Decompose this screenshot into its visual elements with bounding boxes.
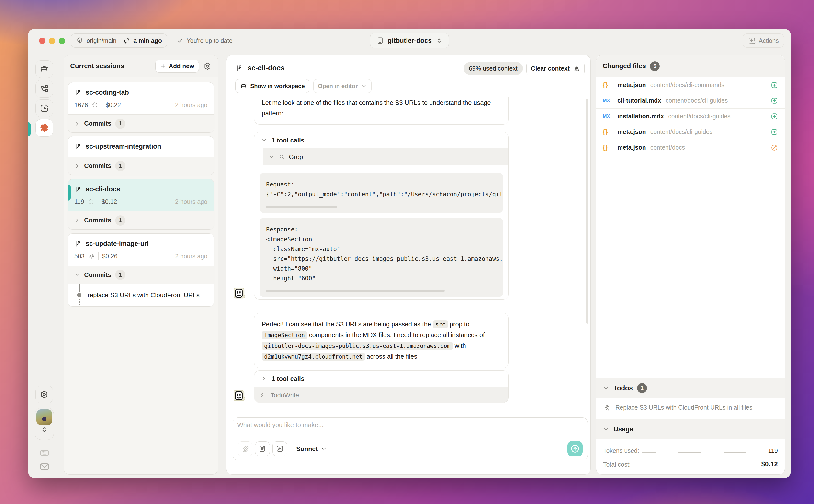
maximize-window-button[interactable]	[59, 38, 65, 44]
file-status-added-icon[interactable]	[770, 128, 778, 136]
open-in-editor-label: Open in editor	[318, 83, 358, 89]
prompt-templates-button[interactable]	[255, 441, 270, 456]
session-cost: $0.26	[102, 253, 118, 260]
vertical-scrollbar[interactable]	[586, 99, 588, 324]
rail-branches-button[interactable]	[35, 80, 53, 98]
selected-session-indicator	[68, 185, 71, 201]
todo-item[interactable]: Replace S3 URLs with CloudFront URLs in …	[596, 398, 785, 417]
changed-file-row[interactable]: MX installation.mdx content/docs/cli-gui…	[596, 109, 785, 124]
changed-file-row[interactable]: {} meta.json content/docs	[596, 140, 785, 155]
session-card-sc-coding-tab[interactable]: sc-coding-tab 1676 $0.22 2 hours ago Com…	[68, 82, 214, 133]
file-name: meta.json	[617, 144, 646, 151]
up-to-date-label: You're up to date	[187, 37, 232, 44]
commit-message[interactable]: replace S3 URLs with CloudFront URLs	[88, 284, 200, 306]
updown-chevron-icon	[41, 426, 48, 433]
commits-label: Commits	[84, 271, 111, 279]
session-card-sc-cli-docs[interactable]: sc-cli-docs 119 $0.12 2 hours ago Commit…	[68, 179, 214, 230]
model-selector[interactable]: Sonnet	[296, 445, 327, 453]
add-session-button[interactable]: Add new	[155, 60, 199, 73]
sessions-settings-icon[interactable]	[203, 62, 211, 70]
commits-label: Commits	[84, 162, 111, 170]
feedback-mail-button[interactable]	[39, 461, 50, 473]
chat-input[interactable]	[237, 421, 583, 435]
show-in-workspace-button[interactable]: Show in workspace	[235, 79, 309, 93]
assistant-message-bubble: Let me look at one of the files that con…	[254, 97, 509, 125]
ai-spark-icon	[276, 445, 284, 453]
grep-tool-row[interactable]: Grep	[263, 148, 508, 165]
window-topbar: origin/main a min ago You're up to date …	[28, 29, 791, 52]
chevron-down-icon	[603, 385, 609, 391]
dotted-leader	[634, 466, 759, 466]
gear-icon	[40, 390, 49, 399]
todo-text: Replace S3 URLs with CloudFront URLs in …	[615, 404, 752, 411]
tokens-used-value: 119	[768, 447, 778, 454]
branch-sync-pill[interactable]: origin/main a min ago	[71, 33, 167, 48]
response-line: <ImageSection	[266, 234, 497, 244]
close-window-button[interactable]	[39, 38, 45, 44]
user-avatar	[36, 409, 52, 425]
usage-title: Usage	[614, 426, 633, 433]
sessions-panel: Current sessions Add new sc-coding-tab 1…	[64, 55, 218, 475]
user-menu[interactable]	[35, 408, 54, 440]
changed-files-count-badge: 5	[650, 61, 660, 71]
changed-file-row[interactable]: {} meta.json content/docs/cli-guides	[596, 124, 785, 140]
sessions-header: Current sessions Add new	[64, 55, 218, 77]
rail-settings-button[interactable]	[35, 386, 53, 403]
json-file-icon: {}	[603, 128, 613, 136]
model-provider-button[interactable]	[272, 441, 287, 456]
chevron-down-icon	[321, 446, 327, 452]
total-cost-value: $0.12	[761, 460, 778, 468]
file-status-modified-icon[interactable]	[770, 144, 778, 152]
message-text: with	[453, 342, 466, 349]
usage-header[interactable]: Usage	[596, 419, 785, 439]
commits-toggle[interactable]: Commits 1	[68, 211, 214, 229]
attach-file-button[interactable]	[238, 441, 252, 456]
tool-calls-toggle[interactable]: 1 tool calls	[254, 371, 508, 387]
session-branch-icon	[74, 89, 82, 96]
project-selector[interactable]: gitbutler-docs	[370, 33, 449, 48]
changed-file-row[interactable]: MX cli-tutorial.mdx content/docs/cli-gui…	[596, 93, 785, 109]
remote-branch-icon	[76, 37, 83, 44]
session-card-sc-update-image-url[interactable]: sc-update-image-url 503 $0.26 2 hours ag…	[68, 233, 214, 307]
mail-icon	[39, 461, 50, 472]
message-text: prop to	[448, 320, 470, 328]
commits-toggle[interactable]: Commits 1	[68, 266, 214, 284]
minimize-window-button[interactable]	[49, 38, 55, 44]
inline-code: d2m1ukvwmu7gz4.cloudfront.net	[262, 353, 365, 361]
broom-icon	[573, 65, 580, 72]
todos-header[interactable]: Todos 1	[596, 378, 785, 398]
commits-toggle[interactable]: Commits 1	[68, 114, 214, 132]
send-message-button[interactable]	[568, 441, 583, 456]
changed-files-title: Changed files	[603, 62, 646, 70]
rail-history-button[interactable]	[35, 99, 53, 117]
horizontal-scrollbar[interactable]	[266, 290, 445, 292]
assistant-message-bubble: Perfect! I can see that the S3 URLs are …	[254, 313, 509, 368]
rail-ai-sessions-button[interactable]	[35, 119, 53, 137]
session-branch-icon	[235, 64, 243, 72]
paperclip-icon	[241, 445, 249, 453]
dotted-leader	[642, 452, 765, 453]
file-name: meta.json	[617, 128, 646, 135]
session-card-sc-upstream-integration[interactable]: sc-upstream-integration Commits 1	[68, 136, 214, 175]
session-branch-icon	[74, 186, 82, 193]
tool-calls-toggle[interactable]: 1 tool calls	[254, 132, 508, 148]
commits-toggle[interactable]: Commits 1	[68, 157, 214, 175]
file-status-added-icon[interactable]	[770, 112, 778, 120]
keyboard-icon	[39, 448, 50, 458]
actions-button[interactable]: Actions	[743, 33, 784, 48]
todowrite-tool-row[interactable]: TodoWrite	[254, 387, 508, 403]
session-name: sc-cli-docs	[86, 186, 120, 193]
horizontal-scrollbar[interactable]	[266, 206, 337, 208]
file-status-added-icon[interactable]	[770, 81, 778, 89]
request-line: {"-C":2,"output_mode":"content","path":"…	[266, 189, 497, 199]
file-status-added-icon[interactable]	[770, 97, 778, 105]
chat-messages[interactable]: Let me look at one of the files that con…	[226, 97, 591, 417]
changed-file-row[interactable]: {} meta.json content/docs/cli-commands	[596, 77, 785, 93]
keyboard-shortcuts-button[interactable]	[39, 448, 50, 459]
commits-count-badge: 1	[115, 215, 125, 226]
prompt-file-icon	[258, 445, 266, 453]
clear-context-button[interactable]: Clear context	[526, 62, 585, 75]
open-in-editor-button[interactable]: Open in editor	[313, 79, 372, 93]
file-path: content/docs/cli-guides	[666, 97, 766, 104]
rail-workspace-button[interactable]	[35, 60, 53, 78]
